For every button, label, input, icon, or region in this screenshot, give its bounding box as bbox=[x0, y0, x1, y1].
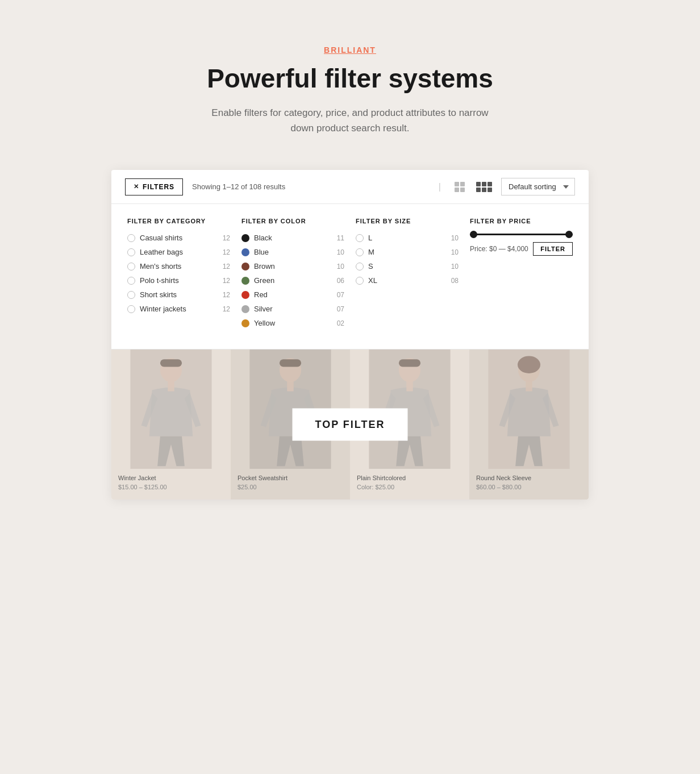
list-item[interactable]: M 10 bbox=[356, 248, 459, 256]
filter-radio[interactable] bbox=[127, 305, 135, 313]
product-name: Pocket Sweatshirt bbox=[238, 475, 343, 481]
product-price: $25.00 bbox=[238, 484, 343, 490]
price-filter-apply-button[interactable]: FILTER bbox=[533, 242, 573, 256]
color-dot bbox=[241, 277, 249, 285]
grid-2-view-button[interactable] bbox=[455, 182, 465, 192]
list-item[interactable]: Winter jackets 12 bbox=[127, 305, 230, 313]
filter-label: Casual shirts bbox=[140, 234, 182, 242]
filter-item-left: Black bbox=[241, 234, 272, 242]
list-item[interactable]: Men's shorts 12 bbox=[127, 262, 230, 271]
filter-radio[interactable] bbox=[356, 277, 364, 285]
filter-radio[interactable] bbox=[356, 248, 364, 256]
filter-item-left: S bbox=[356, 262, 373, 271]
filter-item-left: Short skirts bbox=[127, 290, 177, 299]
list-item[interactable]: Silver 07 bbox=[241, 305, 344, 313]
top-filter-overlay: TOP FILTER bbox=[292, 409, 407, 441]
filter-item-left: Red bbox=[241, 290, 268, 299]
list-item[interactable]: Polo t-shirts 12 bbox=[127, 276, 230, 285]
filter-count: 10 bbox=[451, 234, 459, 242]
price-info: Price: $0 — $4,000 FILTER bbox=[470, 242, 573, 256]
product-price: Color: $25.00 bbox=[357, 484, 463, 490]
filter-radio[interactable] bbox=[127, 263, 135, 271]
filters-button[interactable]: ✕ FILTERS bbox=[125, 178, 183, 195]
filter-count: 10 bbox=[337, 248, 344, 256]
filter-item-left: Blue bbox=[241, 248, 269, 256]
color-dot bbox=[241, 291, 249, 299]
filter-count: 12 bbox=[223, 277, 230, 285]
close-icon: ✕ bbox=[134, 183, 139, 190]
product-image bbox=[469, 349, 589, 469]
list-item[interactable]: Brown 10 bbox=[241, 262, 344, 271]
product-info: Pocket Sweatshirt $25.00 bbox=[231, 469, 350, 490]
filter-radio[interactable] bbox=[127, 291, 135, 299]
filter-count: 10 bbox=[451, 248, 459, 256]
filter-count: 10 bbox=[337, 263, 344, 271]
product-info: Winter Jacket $15.00 – $125.00 bbox=[111, 469, 231, 490]
filter-item-left: Polo t-shirts bbox=[127, 276, 179, 285]
filter-radio[interactable] bbox=[127, 234, 135, 242]
grid-cell bbox=[488, 188, 492, 192]
filter-label: M bbox=[368, 248, 374, 256]
price-slider-thumb-min[interactable] bbox=[470, 231, 477, 238]
page-description: Enable filters for category, price, and … bbox=[202, 105, 498, 136]
category-filter: Filter by category Casual shirts 12 Leat… bbox=[127, 218, 230, 333]
table-row[interactable]: Round Neck Sleeve $60.00 – $80.00 bbox=[469, 349, 589, 500]
filter-item-left: XL bbox=[356, 276, 377, 285]
products-area: Winter Jacket $15.00 – $125.00 bbox=[111, 349, 589, 500]
table-row[interactable]: Winter Jacket $15.00 – $125.00 bbox=[111, 349, 231, 500]
filter-count: 07 bbox=[337, 305, 344, 313]
list-item[interactable]: Black 11 bbox=[241, 234, 344, 242]
svg-rect-6 bbox=[280, 359, 301, 367]
grid-cell bbox=[476, 188, 481, 192]
separator: | bbox=[439, 182, 441, 192]
filter-label: Red bbox=[254, 290, 268, 299]
svg-rect-2 bbox=[160, 359, 182, 367]
svg-rect-3 bbox=[168, 381, 174, 392]
filter-label: Brown bbox=[254, 262, 275, 271]
list-item[interactable]: Leather bags 12 bbox=[127, 248, 230, 256]
category-filter-title: Filter by category bbox=[127, 218, 230, 224]
grid-cell bbox=[482, 188, 486, 192]
filter-radio[interactable] bbox=[356, 234, 364, 242]
svg-rect-10 bbox=[399, 359, 420, 367]
list-item[interactable]: S 10 bbox=[356, 262, 459, 271]
filter-label: Green bbox=[254, 276, 274, 285]
filter-radio[interactable] bbox=[356, 263, 364, 271]
price-filter: Filter by price Price: $0 — $4,000 FILTE… bbox=[470, 218, 573, 333]
price-slider-track[interactable] bbox=[470, 234, 573, 235]
list-item[interactable]: Blue 10 bbox=[241, 248, 344, 256]
results-text: Showing 1–12 of 108 results bbox=[192, 182, 425, 191]
list-item[interactable]: Yellow 02 bbox=[241, 319, 344, 327]
price-range-text: Price: $0 — $4,000 bbox=[470, 245, 528, 253]
grid-3-view-button[interactable] bbox=[476, 182, 492, 192]
filter-label: Winter jackets bbox=[140, 305, 186, 313]
filter-count: 12 bbox=[223, 234, 230, 242]
sort-select[interactable]: Default sorting bbox=[501, 178, 575, 195]
filter-count: 02 bbox=[337, 319, 344, 327]
filter-label: Men's shorts bbox=[140, 262, 181, 271]
filter-radio[interactable] bbox=[127, 248, 135, 256]
list-item[interactable]: Red 07 bbox=[241, 290, 344, 299]
color-filter: Filter by color Black 11 Blue 10 Brown 1… bbox=[241, 218, 344, 333]
list-item[interactable]: L 10 bbox=[356, 234, 459, 242]
grid-cell bbox=[455, 182, 459, 186]
price-filter-title: Filter by price bbox=[470, 218, 573, 224]
filter-radio[interactable] bbox=[127, 277, 135, 285]
svg-point-14 bbox=[518, 356, 540, 374]
filter-item-left: Green bbox=[241, 276, 274, 285]
grid-cell bbox=[455, 188, 459, 192]
size-filter-title: Filter by size bbox=[356, 218, 459, 224]
product-name: Round Neck Sleeve bbox=[476, 475, 582, 481]
filter-label: L bbox=[368, 234, 372, 242]
color-dot bbox=[241, 305, 249, 313]
filter-label: Silver bbox=[254, 305, 273, 313]
list-item[interactable]: Short skirts 12 bbox=[127, 290, 230, 299]
price-slider-thumb-max[interactable] bbox=[565, 231, 573, 238]
filter-item-left: Men's shorts bbox=[127, 262, 181, 271]
list-item[interactable]: XL 08 bbox=[356, 276, 459, 285]
filter-label: XL bbox=[368, 276, 377, 285]
list-item[interactable]: Green 06 bbox=[241, 276, 344, 285]
main-card: ✕ FILTERS Showing 1–12 of 108 results | … bbox=[111, 170, 589, 500]
product-info: Round Neck Sleeve $60.00 – $80.00 bbox=[469, 469, 589, 490]
list-item[interactable]: Casual shirts 12 bbox=[127, 234, 230, 242]
